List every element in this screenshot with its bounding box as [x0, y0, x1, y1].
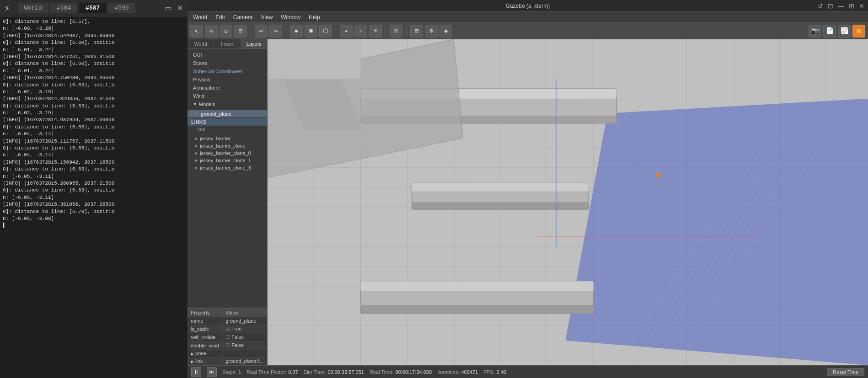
tree-jersey-barrier[interactable]: ▶ jersey_barrier [188, 135, 267, 142]
tab-layers[interactable]: Layers [241, 39, 267, 48]
menu-help[interactable]: Help [305, 13, 324, 21]
terminal-cursor: ▌ [3, 222, 185, 229]
barrier-arrow-icon: ▶ [195, 136, 198, 141]
tab-587[interactable]: #587 [79, 3, 106, 13]
tab-world[interactable]: World [188, 39, 214, 48]
sidebar-physics[interactable]: Physics [188, 75, 267, 84]
sidebar-wind[interactable]: Wind [188, 92, 267, 100]
menu-view[interactable]: View [257, 13, 277, 21]
gazebo-close-btn[interactable]: ✕ [859, 2, 864, 10]
terminal-line: 0]: distance to line: [6.68], positio [3, 166, 185, 173]
terminal-line: n: [-6.04, -3.14] [3, 152, 185, 159]
gazebo-minimize-btn[interactable]: — [838, 2, 844, 10]
prop-pose-label[interactable]: ▶ pose [188, 350, 223, 357]
step-button[interactable]: ⏭ [207, 367, 217, 377]
gazebo-maximize-btn[interactable]: ⊞ [849, 2, 854, 10]
pointlight-btn[interactable]: ✦ [340, 25, 353, 37]
orange-tool-btn[interactable] [852, 25, 865, 37]
tab-insert[interactable]: Insert [214, 39, 241, 48]
terminal-output[interactable]: 0]: distance to line: [6.57], n: [-6.00,… [0, 16, 188, 378]
terminal-line: 0]: distance to line: [6.60], positio [3, 39, 185, 46]
spotlight-btn[interactable]: ✧ [354, 25, 367, 37]
real-time-label: Real Time: [370, 369, 394, 375]
terminal-close-btn[interactable]: ✕ [177, 4, 183, 12]
gazebo-window-btn[interactable]: ⊡ [828, 2, 833, 10]
terminal-title-controls: ▭ ✕ [165, 4, 183, 12]
prop-name-value[interactable]: ground_plane [223, 317, 267, 325]
status-iterations: Iterations: 469471 [437, 369, 478, 375]
jersey-barrier-bottom [361, 281, 594, 313]
dirlight-btn[interactable]: ☀ [369, 25, 382, 37]
contacts-btn[interactable]: ◈ [439, 25, 452, 37]
sidebar-models[interactable]: ▼ Models [188, 100, 267, 108]
property-panel: Property Value name ground_plane is_stat… [188, 308, 267, 365]
models-arrow-icon: ▼ [193, 102, 197, 106]
tab-590[interactable]: #590 [108, 3, 135, 13]
terminal-line: 0]: distance to line: [6.70], positio [3, 208, 185, 215]
prop-self-collide-label: self_collide [188, 333, 223, 341]
svg-rect-32 [361, 281, 594, 291]
tree-link[interactable]: link [188, 126, 267, 133]
prop-enable-wind-value[interactable]: ☐ False [223, 341, 267, 350]
screenshot-btn[interactable]: 📷 [809, 25, 821, 37]
menu-edit[interactable]: Edit [212, 13, 229, 21]
terminal-line: n: [-6.02, -3.19] [3, 89, 185, 96]
log-btn[interactable]: 📄 [823, 25, 836, 37]
origin-btn[interactable]: ⊕ [425, 25, 438, 37]
measure-btn[interactable]: ≋ [390, 25, 402, 37]
tree-ground-plane[interactable]: ▼ ground_plane [188, 110, 267, 117]
menu-window[interactable]: Window [277, 13, 304, 21]
gazebo-sidebar: World Insert Layers GUI Scene Spherical … [188, 39, 268, 365]
viewport-3d[interactable] [268, 39, 868, 365]
status-sim-time: Sim Time: 00:00:33:57.051 [304, 369, 364, 375]
scale-tool-btn[interactable]: ⊡ [234, 25, 247, 37]
prop-is-static-value[interactable]: ☑ True [223, 325, 267, 333]
tab-578[interactable]: World [18, 3, 48, 13]
gazebo-refresh-btn[interactable]: ↺ [818, 2, 823, 10]
gazebo-statusbar: ⏸ ⏭ Steps: 1 Real Time Factor: 0.37 Sim … [188, 365, 868, 378]
prop-link-label[interactable]: ▶ link [188, 357, 223, 365]
tree-jersey-barrier-clone[interactable]: ▶ jersey_barrier_clone [188, 142, 267, 149]
menu-world[interactable]: World [189, 13, 211, 21]
rotate-tool-btn[interactable]: ↺ [220, 25, 232, 37]
tree-jersey-barrier-clone-0[interactable]: ▶ jersey_barrier_clone_0 [188, 149, 267, 157]
sphere-btn[interactable]: ● [290, 25, 303, 37]
barrier-clone1-arrow-icon: ▶ [195, 158, 198, 163]
translate-tool-btn[interactable]: ✛ [205, 25, 218, 37]
tree-jersey-barrier-clone-3[interactable]: ▶ jersey_barrier_clone_3 [188, 164, 267, 171]
menu-camera[interactable]: Camera [230, 13, 257, 21]
barrier-clone3-arrow-icon: ▶ [195, 165, 198, 170]
box-btn[interactable]: ■ [305, 25, 317, 37]
iterations-label: Iterations: [437, 369, 459, 375]
pause-button[interactable]: ⏸ [191, 367, 201, 377]
terminal-restore-btn[interactable]: ▭ [165, 4, 171, 12]
toolbar-sep-1 [251, 26, 251, 37]
terminal-line: 0]: distance to line: [6.66], positio [3, 145, 185, 152]
reset-time-button[interactable]: Reset Time [827, 368, 864, 376]
toolbar-sep-5 [406, 26, 407, 37]
sidebar-gui[interactable]: GUI [188, 51, 267, 59]
prop-self-collide-value[interactable]: ☐ False [223, 333, 267, 341]
undo-btn[interactable]: ↩ [255, 25, 268, 37]
sidebar-scene[interactable]: Scene [188, 59, 267, 67]
sidebar-atmosphere[interactable]: Atmosphere [188, 84, 267, 92]
grid-btn[interactable]: ⊞ [410, 25, 423, 37]
plot-btn[interactable]: 📈 [838, 25, 851, 37]
gazebo-toolbar: ↖ ✛ ↺ ⊡ ↩ ↪ ● ■ ⬡ ✦ ✧ ☀ ≋ ⊞ ⊕ ◈ 📷 📄 📈 [188, 23, 868, 39]
terminal-line: [INFO] [1676372814.829356, 2037.01500 [3, 96, 185, 102]
prop-row-is-static: is_static ☑ True [188, 325, 267, 333]
prop-is-static-label: is_static [188, 325, 223, 333]
prop-header-property: Property [188, 309, 223, 317]
sidebar-spherical-coords[interactable]: Spherical Coordinates [188, 67, 267, 75]
status-real-time: Real Time: 00:00:17:34.680 [370, 369, 432, 375]
terminal-line: [INFO] [1676372815.260955, 2037.21500 [3, 180, 185, 187]
fps-value: 2.40 [497, 369, 506, 375]
sim-time-label: Sim Time: [304, 369, 326, 375]
redo-btn[interactable]: ↪ [269, 25, 282, 37]
tree-jersey-barrier-clone-1[interactable]: ▶ jersey_barrier_clone_1 [188, 157, 267, 164]
cylinder-btn[interactable]: ⬡ [319, 25, 332, 37]
svg-rect-30 [412, 202, 589, 210]
tab-584[interactable]: #584 [50, 3, 77, 13]
viewport-scene [268, 39, 868, 365]
select-tool-btn[interactable]: ↖ [190, 25, 203, 37]
